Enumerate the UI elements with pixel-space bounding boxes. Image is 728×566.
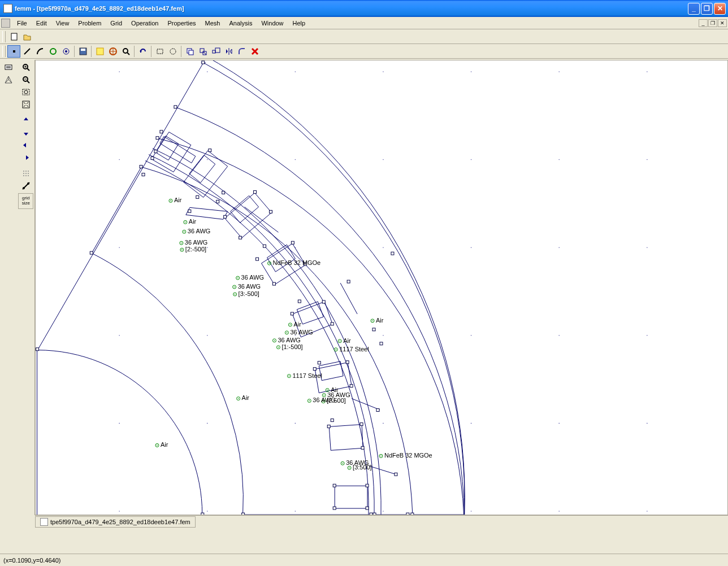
block-label-tool-button[interactable] <box>46 45 59 58</box>
document-icon <box>1 19 10 28</box>
svg-point-177 <box>289 376 290 377</box>
svg-text:[3:500]: [3:500] <box>353 464 372 471</box>
svg-point-157 <box>269 263 270 264</box>
svg-line-26 <box>27 68 29 71</box>
svg-rect-8 <box>97 48 103 55</box>
pan-right-button[interactable] <box>18 151 33 164</box>
svg-rect-129 <box>361 446 364 449</box>
svg-point-175 <box>335 349 336 350</box>
svg-rect-106 <box>209 149 211 152</box>
svg-rect-34 <box>23 101 29 108</box>
svg-rect-109 <box>224 215 227 218</box>
zoom-in-button[interactable] <box>18 61 33 73</box>
mdi-restore-button[interactable]: ❐ <box>708 19 717 27</box>
svg-rect-101 <box>154 150 157 153</box>
menu-window[interactable]: Window <box>257 19 288 28</box>
menu-edit[interactable]: Edit <box>32 19 51 28</box>
minimize-button[interactable]: _ <box>688 3 700 15</box>
svg-point-5 <box>65 50 67 53</box>
mirror-button[interactable] <box>222 45 235 58</box>
menu-mesh[interactable]: Mesh <box>201 19 225 28</box>
delete-button[interactable] <box>248 45 261 58</box>
document-tab[interactable]: tpe5f9970a_d479_4e25_8892_ed18deeb1e47.f… <box>35 516 196 528</box>
show-names-button[interactable] <box>1 61 16 73</box>
drawing-canvas[interactable]: AirAir36 AWG36 AWG[2:-500]NdFeB 32 MGOe3… <box>35 60 728 515</box>
zoom-out-button[interactable] <box>18 73 33 86</box>
move-button[interactable] <box>196 45 209 58</box>
fillet-button[interactable] <box>235 45 248 58</box>
rect-select-button[interactable] <box>153 45 166 58</box>
new-button[interactable] <box>7 31 20 43</box>
svg-rect-140 <box>406 513 409 515</box>
svg-point-165 <box>290 324 291 325</box>
open-button[interactable] <box>20 31 33 43</box>
pan-left-button[interactable] <box>18 139 33 151</box>
toolbar-grip[interactable] <box>2 46 6 57</box>
toolbar-grip[interactable] <box>2 31 6 42</box>
svg-text:36 AWG: 36 AWG <box>278 337 300 343</box>
menu-problem[interactable]: Problem <box>73 19 106 28</box>
point-tool-button[interactable] <box>7 45 20 58</box>
svg-point-3 <box>50 49 56 54</box>
zoom-window-button[interactable] <box>18 86 33 98</box>
svg-rect-113 <box>256 258 259 260</box>
svg-point-10 <box>123 49 128 53</box>
undo-button[interactable] <box>136 45 149 58</box>
segment-tool-button[interactable] <box>20 45 33 58</box>
menu-view[interactable]: View <box>51 19 74 28</box>
save-button[interactable] <box>76 45 89 58</box>
show-mesh-button[interactable] <box>1 73 16 86</box>
svg-point-41 <box>23 175 24 176</box>
svg-point-43 <box>28 175 29 176</box>
svg-text:36 AWG: 36 AWG <box>188 228 210 234</box>
svg-point-189 <box>309 400 310 402</box>
copy-button[interactable] <box>183 45 196 58</box>
analyze-button[interactable] <box>106 45 119 58</box>
svg-point-55 <box>207 159 208 160</box>
menu-help[interactable]: Help <box>288 19 310 28</box>
svg-point-78 <box>383 423 384 424</box>
svg-rect-115 <box>272 282 275 285</box>
svg-rect-110 <box>239 236 242 239</box>
arc-tool-button[interactable] <box>33 45 46 58</box>
group-tool-button[interactable] <box>59 45 72 58</box>
document-tab-bar: tpe5f9970a_d479_4e25_8892_ed18deeb1e47.f… <box>35 515 728 528</box>
svg-rect-136 <box>372 328 375 331</box>
scale-button[interactable] <box>209 45 222 58</box>
svg-text:Air: Air <box>161 441 168 448</box>
menu-operation[interactable]: Operation <box>127 19 163 28</box>
svg-rect-99 <box>202 61 205 64</box>
svg-rect-144 <box>242 513 245 515</box>
menu-file[interactable]: File <box>12 19 32 28</box>
pan-down-button[interactable] <box>18 127 33 139</box>
svg-point-155 <box>181 249 183 250</box>
view-results-button[interactable] <box>119 45 132 58</box>
snap-grid-button[interactable] <box>18 180 33 192</box>
svg-point-187 <box>323 395 324 396</box>
svg-point-75 <box>119 423 120 424</box>
maximize-button[interactable]: ❐ <box>701 3 713 15</box>
svg-point-72 <box>471 335 472 336</box>
mesh-button[interactable] <box>93 45 106 58</box>
svg-rect-120 <box>322 301 325 303</box>
pan-up-button[interactable] <box>18 114 33 127</box>
menu-properties[interactable]: Properties <box>163 19 200 28</box>
mdi-close-button[interactable]: ✕ <box>718 19 727 27</box>
svg-point-53 <box>647 71 648 72</box>
svg-text:[2:-500]: [2:-500] <box>185 246 206 252</box>
svg-rect-125 <box>350 385 353 388</box>
grid-size-button[interactable]: grid size <box>18 193 33 209</box>
svg-point-57 <box>383 159 384 160</box>
svg-point-68 <box>119 335 120 336</box>
svg-rect-94 <box>36 348 39 351</box>
show-grid-button[interactable] <box>18 167 33 180</box>
menu-grid[interactable]: Grid <box>106 19 127 28</box>
svg-point-46 <box>27 182 29 185</box>
svg-rect-131 <box>366 484 369 487</box>
zoom-extents-button[interactable] <box>18 98 33 111</box>
circle-select-button[interactable] <box>166 45 179 58</box>
mdi-minimize-button[interactable]: _ <box>699 19 708 27</box>
close-button[interactable]: ✕ <box>714 3 726 15</box>
menu-analysis[interactable]: Analysis <box>224 19 257 28</box>
svg-rect-102 <box>151 157 154 160</box>
